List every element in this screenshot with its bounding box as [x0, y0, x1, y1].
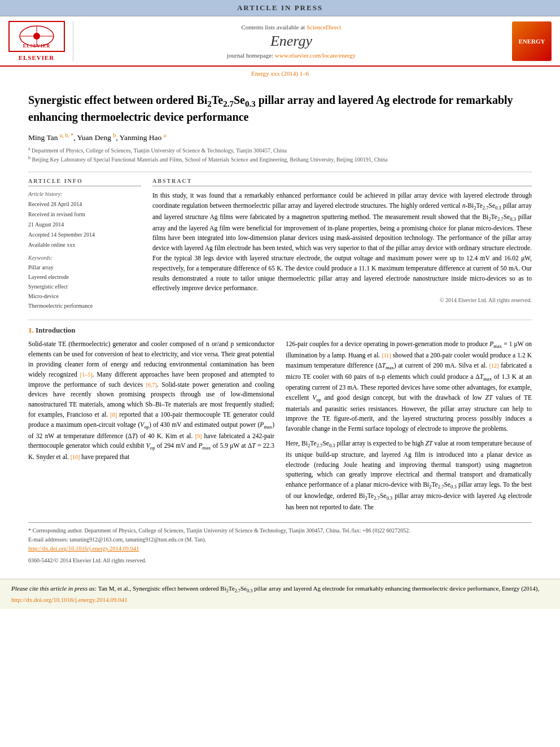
svg-point-4 [33, 33, 40, 40]
author-1: Ming Tan a, b, * [28, 133, 73, 142]
journal-header: ELSEVIER ELSEVIER Contents lists availab… [0, 16, 560, 67]
abstract-text: In this study, it was found that a remar… [152, 191, 532, 294]
homepage-link[interactable]: www.elsevier.com/locate/energy [275, 52, 356, 59]
intro-col-right: 126-pair couples for a device operating … [286, 339, 532, 517]
article-history-label: Article history: [28, 191, 141, 197]
citation-footer: Please cite this article in press as: Ta… [0, 579, 560, 609]
affiliation-a: a Department of Physics, College of Scie… [28, 146, 532, 155]
journal-logo-right: ENERGY [509, 21, 554, 61]
ref-6-7[interactable]: [6,7] [146, 382, 157, 388]
main-content: Synergistic effect between ordered Bi2Te… [0, 79, 560, 571]
keyword-1: Pillar array [28, 263, 141, 272]
authors-line: Ming Tan a, b, *, Yuan Deng b, Yanming H… [28, 132, 532, 142]
sciencedirect-link[interactable]: ScienceDirect [307, 24, 342, 30]
elsevier-logo-image: ELSEVIER [8, 21, 65, 52]
intro-col-left: Solid-state TE (thermoelectric) generato… [28, 339, 274, 517]
copyright-line: © 2014 Elsevier Ltd. All rights reserved… [152, 297, 532, 303]
article-info-heading: ARTICLE INFO [28, 178, 141, 186]
available-online: Available online xxx [28, 240, 141, 250]
email-note: E-mail addresses: tanuning912@163.com, t… [28, 535, 532, 544]
info-abstract-cols: ARTICLE INFO Article history: Received 2… [28, 178, 532, 311]
energy-citation: Energy xxx (2014) 1–6 [0, 67, 560, 79]
keyword-5: Thermoelectric performance [28, 301, 141, 311]
intro-two-col: Solid-state TE (thermoelectric) generato… [28, 339, 532, 517]
article-in-press-banner: ARTICLE IN PRESS [0, 0, 560, 16]
svg-text:ELSEVIER: ELSEVIER [23, 43, 50, 49]
author-2: Yuan Deng b [77, 133, 116, 142]
homepage-line: journal homepage: www.elsevier.com/locat… [79, 52, 504, 59]
keywords-label: Keywords: [28, 255, 141, 261]
banner-text: ARTICLE IN PRESS [237, 3, 323, 12]
contents-line: Contents lists available at ScienceDirec… [79, 24, 504, 30]
abstract-heading: ABSTRACT [152, 178, 532, 186]
citation-doi-link[interactable]: http://dx.doi.org/10.1016/j.energy.2014.… [11, 596, 128, 603]
intro-heading: 1. Introduction [28, 326, 532, 335]
elsevier-logo: ELSEVIER ELSEVIER [6, 21, 73, 61]
doi-link[interactable]: http://dx.doi.org/10.1016/j.energy.2014.… [28, 544, 532, 554]
abstract-col: ABSTRACT In this study, it was found tha… [152, 178, 532, 311]
footnotes-section: * Corresponding author. Department of Ph… [28, 522, 532, 565]
divider-2 [28, 320, 532, 320]
journal-name-heading: Energy [79, 33, 504, 50]
affiliation-b: b Beijing Key Laboratory of Special Func… [28, 155, 532, 164]
section-title: Introduction [36, 326, 76, 334]
affiliations: a Department of Physics, College of Scie… [28, 146, 532, 164]
received-date: Received 28 April 2014 [28, 199, 141, 209]
ref-12[interactable]: [12] [489, 362, 499, 369]
journal-info-center: Contents lists available at ScienceDirec… [79, 21, 504, 61]
ref-11[interactable]: [11] [382, 352, 391, 359]
ref-10[interactable]: [10] [71, 454, 80, 460]
article-info-col: ARTICLE INFO Article history: Received 2… [28, 178, 141, 311]
divider-1 [28, 172, 532, 172]
corresponding-note: * Corresponding author. Department of Ph… [28, 526, 532, 535]
elsevier-brand-text: ELSEVIER [19, 54, 55, 61]
intro-p3: Here, Bi2Te2.7Se0.3 pillar array is expe… [286, 439, 532, 512]
keyword-3: Synergistic effect [28, 282, 141, 291]
accepted-date: Accepted 14 September 2014 [28, 230, 141, 240]
ref-8[interactable]: [8] [110, 412, 117, 418]
intro-p2: 126-pair couples for a device operating … [286, 339, 532, 434]
keywords-section: Keywords: Pillar array Layered electrode… [28, 255, 141, 311]
intro-p1: Solid-state TE (thermoelectric) generato… [28, 339, 274, 462]
keyword-2: Layered electrode [28, 272, 141, 282]
issn-line: 0360-5442/© 2014 Elsevier Ltd. All right… [28, 556, 532, 565]
revised-date: Received in revised form21 August 2014 [28, 209, 141, 230]
energy-logo-box: ENERGY [512, 21, 552, 61]
ref-1-5[interactable]: [1–5] [80, 372, 93, 378]
keyword-list: Pillar array Layered electrode Synergist… [28, 263, 141, 311]
keyword-4: Micro-device [28, 291, 141, 301]
article-title: Synergistic effect between ordered Bi2Te… [28, 93, 532, 125]
page-container: ARTICLE IN PRESS ELSEVIER ELSEVIER Conte… [0, 0, 560, 747]
section-number: 1. [28, 326, 34, 334]
article-dates: Received 28 April 2014 Received in revis… [28, 199, 141, 250]
introduction-section: 1. Introduction Solid-state TE (thermoel… [28, 326, 532, 517]
ref-9[interactable]: [9] [195, 433, 202, 439]
author-3: Yanming Hao a [120, 133, 167, 142]
